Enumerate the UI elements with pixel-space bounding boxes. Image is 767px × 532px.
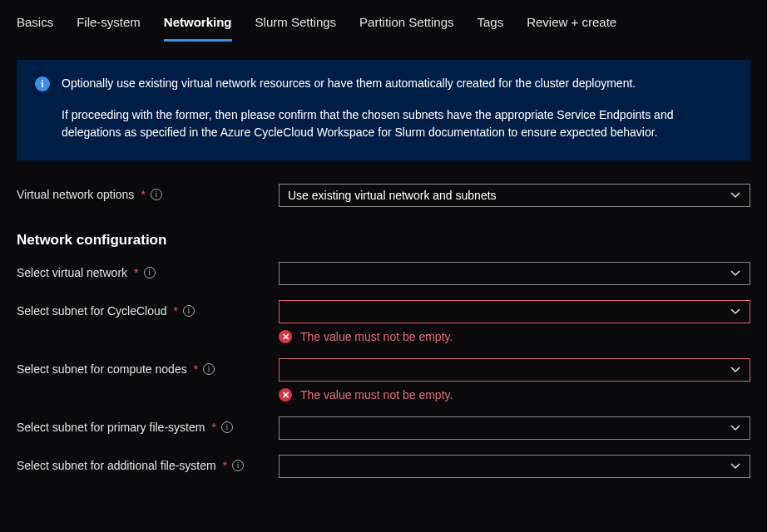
tab-bar: Basics File-system Networking Slurm Sett… (17, 0, 750, 42)
required-indicator: * (141, 188, 145, 201)
info-content: Optionally use existing virtual network … (62, 75, 732, 142)
row-subnet-compute: Select subnet for compute nodes * i ✕ Th… (17, 358, 750, 401)
info-text-1: Optionally use existing virtual network … (62, 75, 732, 93)
chevron-down-icon (730, 422, 741, 434)
help-icon[interactable]: i (203, 363, 215, 375)
required-indicator: * (194, 362, 198, 376)
error-icon: ✕ (279, 330, 292, 343)
label-subnet-primary-fs: Select subnet for primary file-system * … (17, 416, 279, 434)
help-icon[interactable]: i (232, 460, 244, 471)
chevron-down-icon (730, 364, 741, 376)
chevron-down-icon (730, 268, 741, 279)
label-vnet-options: Virtual network options * i (17, 184, 279, 201)
info-banner: i Optionally use existing virtual networ… (17, 60, 750, 160)
row-subnet-cyclecloud: Select subnet for CycleCloud * i ✕ The v… (17, 300, 750, 343)
select-subnet-compute[interactable] (279, 358, 750, 382)
row-subnet-primary-fs: Select subnet for primary file-system * … (17, 416, 750, 440)
select-subnet-cyclecloud[interactable] (279, 300, 750, 323)
required-indicator: * (211, 421, 215, 434)
label-select-vnet: Select virtual network * i (17, 262, 279, 279)
label-subnet-compute: Select subnet for compute nodes * i (17, 358, 279, 376)
label-subnet-cyclecloud: Select subnet for CycleCloud * i (17, 300, 279, 318)
select-virtual-network[interactable] (279, 262, 750, 285)
tab-tags[interactable]: Tags (478, 15, 504, 42)
tab-basics[interactable]: Basics (17, 15, 53, 42)
error-icon: ✕ (279, 388, 292, 401)
label-subnet-additional-fs: Select subnet for additional file-system… (17, 455, 279, 472)
error-message: ✕ The value must not be empty. (279, 330, 750, 343)
info-icon: i (35, 76, 50, 142)
tab-partition-settings[interactable]: Partition Settings (359, 15, 453, 42)
select-subnet-primary-fs[interactable] (279, 416, 750, 440)
help-icon[interactable]: i (144, 267, 156, 278)
chevron-down-icon (730, 190, 741, 201)
section-network-configuration: Network configuration (17, 232, 750, 249)
chevron-down-icon (730, 306, 741, 318)
tab-filesystem[interactable]: File-system (77, 15, 141, 42)
required-indicator: * (174, 304, 178, 318)
help-icon[interactable]: i (183, 305, 195, 317)
select-vnet-options[interactable]: Use existing virtual network and subnets (279, 184, 750, 207)
row-subnet-additional-fs: Select subnet for additional file-system… (17, 455, 750, 478)
help-icon[interactable]: i (151, 189, 162, 200)
info-text-2: If proceeding with the former, then plea… (62, 106, 732, 142)
tab-review-create[interactable]: Review + create (527, 15, 616, 42)
error-message: ✕ The value must not be empty. (279, 388, 750, 401)
row-select-vnet: Select virtual network * i (17, 262, 750, 285)
required-indicator: * (134, 266, 138, 279)
tab-networking[interactable]: Networking (164, 15, 232, 42)
select-value: Use existing virtual network and subnets (288, 189, 497, 202)
select-subnet-additional-fs[interactable] (279, 455, 750, 478)
help-icon[interactable]: i (221, 421, 233, 433)
chevron-down-icon (730, 461, 741, 472)
required-indicator: * (223, 459, 227, 472)
tab-slurm-settings[interactable]: Slurm Settings (255, 15, 337, 42)
row-vnet-options: Virtual network options * i Use existing… (17, 184, 750, 207)
